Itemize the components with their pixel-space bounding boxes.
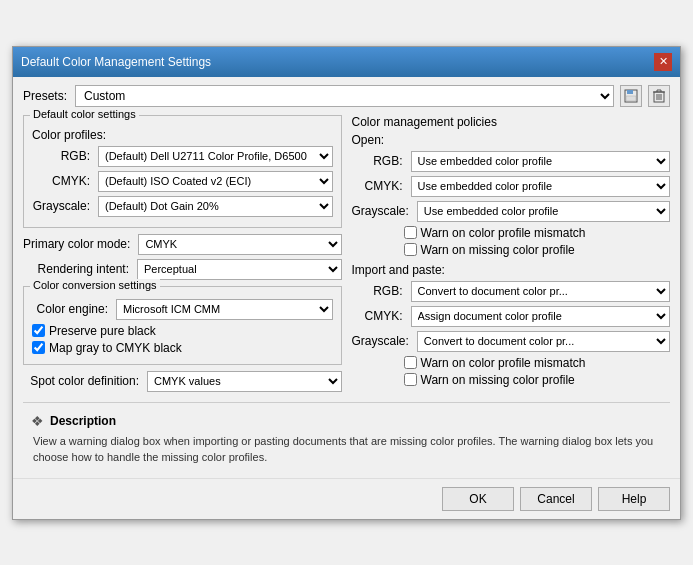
right-column: Color management policies Open: RGB: Use… [352,115,671,396]
rendering-intent-label: Rendering intent: [23,262,133,276]
import-rgb-label: RGB: [352,284,407,298]
spot-color-row: Spot color definition: CMYK values [23,371,342,392]
title-bar: Default Color Management Settings ✕ [13,47,680,77]
help-button[interactable]: Help [598,487,670,511]
color-management-policies-title: Color management policies [352,115,671,129]
open-cmyk-row: CMYK: Use embedded color profile [352,176,671,197]
import-warn-mismatch-label: Warn on color profile mismatch [421,356,586,370]
import-grayscale-label: Grayscale: [352,334,413,348]
color-conversion-title: Color conversion settings [30,279,160,291]
import-warn-missing-row: Warn on missing color profile [404,373,671,387]
import-paste-subtitle: Import and paste: [352,263,671,277]
warn-mismatch-row: Warn on color profile mismatch [404,226,671,240]
import-rgb-row: RGB: Convert to document color pr... [352,281,671,302]
import-rgb-select[interactable]: Convert to document color pr... [411,281,671,302]
grayscale-label: Grayscale: [32,199,94,213]
main-columns: Default color settings Color profiles: R… [23,115,670,396]
grayscale-profile-row: Grayscale: (Default) Dot Gain 20% [32,196,333,217]
preserve-black-row: Preserve pure black [32,324,333,338]
import-cmyk-label: CMYK: [352,309,407,323]
cmyk-profile-row: CMYK: (Default) ISO Coated v2 (ECI) [32,171,333,192]
import-warn-missing-checkbox[interactable] [404,373,417,386]
primary-color-mode-label: Primary color mode: [23,237,134,251]
dialog-window: Default Color Management Settings ✕ Pres… [12,46,681,520]
rgb-profile-select[interactable]: (Default) Dell U2711 Color Profile, D650… [98,146,333,167]
warn-mismatch-label: Warn on color profile mismatch [421,226,586,240]
ok-button[interactable]: OK [442,487,514,511]
import-warn-mismatch-checkbox[interactable] [404,356,417,369]
button-row: OK Cancel Help [13,478,680,519]
cmyk-profile-select[interactable]: (Default) ISO Coated v2 (ECI) [98,171,333,192]
spot-color-select[interactable]: CMYK values [147,371,342,392]
preserve-black-checkbox[interactable] [32,324,45,337]
open-subtitle: Open: [352,133,671,147]
description-section: ❖ Description View a warning dialog box … [23,409,670,470]
dialog-body: Presets: Custom [13,77,680,478]
warn-missing-row: Warn on missing color profile [404,243,671,257]
open-rgb-row: RGB: Use embedded color profile [352,151,671,172]
open-grayscale-label: Grayscale: [352,204,413,218]
color-engine-label: Color engine: [32,302,112,316]
import-cmyk-select[interactable]: Assign document color profile [411,306,671,327]
open-cmyk-select[interactable]: Use embedded color profile [411,176,671,197]
default-color-settings-title: Default color settings [30,108,139,120]
description-text: View a warning dialog box when importing… [31,433,662,466]
warn-missing-label: Warn on missing color profile [421,243,575,257]
rgb-profile-row: RGB: (Default) Dell U2711 Color Profile,… [32,146,333,167]
rendering-intent-select[interactable]: Perceptual [137,259,342,280]
rendering-intent-row: Rendering intent: Perceptual [23,259,342,280]
presets-label: Presets: [23,89,69,103]
color-engine-row: Color engine: Microsoft ICM CMM [32,299,333,320]
default-color-settings-group: Default color settings Color profiles: R… [23,115,342,228]
open-rgb-label: RGB: [352,154,407,168]
warn-missing-checkbox[interactable] [404,243,417,256]
map-gray-label: Map gray to CMYK black [49,341,182,355]
preserve-black-label: Preserve pure black [49,324,156,338]
open-grayscale-row: Grayscale: Use embedded color profile [352,201,671,222]
save-icon [624,89,638,103]
grayscale-profile-select[interactable]: (Default) Dot Gain 20% [98,196,333,217]
import-warn-mismatch-row: Warn on color profile mismatch [404,356,671,370]
description-title: Description [50,414,116,428]
delete-icon [653,89,665,103]
description-header: ❖ Description [31,413,662,429]
cancel-button[interactable]: Cancel [520,487,592,511]
description-divider [23,402,670,403]
open-cmyk-label: CMYK: [352,179,407,193]
import-cmyk-row: CMYK: Assign document color profile [352,306,671,327]
import-warn-missing-label: Warn on missing color profile [421,373,575,387]
presets-select[interactable]: Custom [75,85,614,107]
open-rgb-select[interactable]: Use embedded color profile [411,151,671,172]
import-grayscale-row: Grayscale: Convert to document color pr.… [352,331,671,352]
color-management-policies-section: Color management policies Open: RGB: Use… [352,115,671,387]
map-gray-row: Map gray to CMYK black [32,341,333,355]
presets-row: Presets: Custom [23,85,670,107]
color-conversion-group: Color conversion settings Color engine: … [23,286,342,365]
dialog-title: Default Color Management Settings [21,55,211,69]
warn-mismatch-checkbox[interactable] [404,226,417,239]
save-preset-button[interactable] [620,85,642,107]
map-gray-checkbox[interactable] [32,341,45,354]
primary-color-mode-row: Primary color mode: CMYK [23,234,342,255]
spot-color-label: Spot color definition: [23,374,143,388]
description-arrow-icon: ❖ [31,413,44,429]
left-column: Default color settings Color profiles: R… [23,115,342,396]
color-profiles-subtitle: Color profiles: [32,128,333,142]
close-button[interactable]: ✕ [654,53,672,71]
cmyk-label: CMYK: [32,174,94,188]
import-grayscale-select[interactable]: Convert to document color pr... [417,331,670,352]
delete-preset-button[interactable] [648,85,670,107]
svg-rect-1 [627,90,633,94]
svg-rect-2 [626,96,636,101]
open-grayscale-select[interactable]: Use embedded color profile [417,201,670,222]
primary-color-mode-select[interactable]: CMYK [138,234,341,255]
color-engine-select[interactable]: Microsoft ICM CMM [116,299,333,320]
rgb-label: RGB: [32,149,94,163]
